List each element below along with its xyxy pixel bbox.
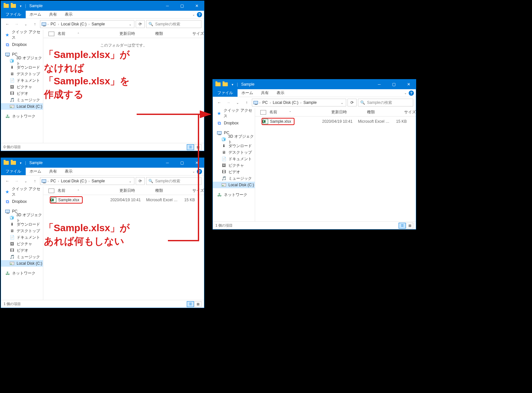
sidebar-item-desktop[interactable]: 🖥デスクトップ — [213, 149, 255, 156]
sidebar-item-local-disk[interactable]: Local Disk (C:) — [213, 182, 255, 188]
icons-view-button[interactable]: ▦ — [194, 144, 201, 150]
titlebar[interactable]: ▾ | Sample ─ ▢ ✕ — [1, 1, 204, 11]
chevron-right-icon[interactable]: › — [47, 179, 49, 183]
sidebar-item-dropbox[interactable]: ⧉Dropbox — [1, 198, 43, 205]
sidebar-item-videos[interactable]: 🎞ビデオ — [1, 247, 43, 254]
sidebar-item-pictures[interactable]: 🖼ピクチャ — [1, 84, 43, 90]
search-input[interactable]: 🔍 Sampleの検索 — [146, 20, 201, 28]
up-button[interactable]: ↑ — [31, 20, 39, 28]
tab-file[interactable]: ファイル — [1, 11, 26, 18]
recent-dropdown[interactable]: ⌄ — [234, 99, 241, 106]
address-dropdown-icon[interactable]: ⌄ — [128, 22, 133, 26]
details-view-button[interactable]: ☰ — [187, 144, 194, 150]
close-button[interactable]: ✕ — [189, 158, 204, 168]
maximize-button[interactable]: ▢ — [387, 79, 401, 89]
address-bar[interactable]: › PC › Local Disk (C:) › Sample ⌄ — [40, 177, 134, 185]
breadcrumb[interactable]: PC — [50, 22, 57, 26]
close-button[interactable]: ✕ — [401, 79, 416, 89]
up-button[interactable]: ↑ — [31, 177, 39, 185]
file-row[interactable]: Sample.xlsx 2020/04/19 10:41 Microsoft E… — [48, 196, 199, 204]
column-date[interactable]: 更新日時 — [119, 31, 155, 36]
breadcrumb[interactable]: PC — [50, 179, 57, 183]
sidebar-item-pictures[interactable]: 🖼ピクチャ — [1, 241, 43, 247]
tab-file[interactable]: ファイル — [1, 168, 26, 175]
column-size[interactable]: サイズ — [188, 188, 204, 193]
help-button[interactable]: ? — [197, 168, 202, 175]
chevron-right-icon[interactable]: › — [88, 22, 90, 26]
icons-view-button[interactable]: ▦ — [194, 301, 201, 307]
chevron-right-icon[interactable]: › — [57, 179, 60, 183]
file-list[interactable]: このフォルダーは空です。 — [43, 38, 204, 143]
sidebar-item-documents[interactable]: 📄ドキュメント — [213, 156, 255, 162]
sidebar-item-documents[interactable]: 📄ドキュメント — [1, 77, 43, 84]
tab-view[interactable]: 表示 — [273, 89, 288, 97]
address-dropdown-icon[interactable]: ⌄ — [339, 101, 345, 105]
search-input[interactable]: 🔍 Sampleの検索 — [146, 177, 201, 185]
back-button[interactable]: ← — [4, 20, 11, 28]
address-bar[interactable]: › PC › Local Disk (C:) › Sample ⌄ — [40, 20, 134, 28]
column-date[interactable]: 更新日時 — [119, 188, 155, 193]
chevron-right-icon[interactable]: › — [259, 101, 261, 105]
minimize-button[interactable]: ─ — [160, 158, 175, 168]
address-bar[interactable]: › PC › Local Disk (C:) › Sample ⌄ — [252, 99, 346, 106]
breadcrumb[interactable]: PC — [262, 100, 268, 105]
help-button[interactable]: ? — [409, 89, 414, 97]
expand-ribbon-icon[interactable]: ⌄ — [192, 11, 195, 18]
sidebar-item-desktop[interactable]: 🖥デスクトップ — [1, 228, 43, 234]
column-name[interactable]: 名前⌃ — [58, 31, 119, 36]
refresh-button[interactable]: ⟳ — [136, 20, 145, 28]
sidebar-item-videos[interactable]: 🎞ビデオ — [213, 169, 255, 175]
file-row[interactable]: Sample.xlsx 2020/04/19 10:41 Microsoft E… — [260, 118, 411, 125]
breadcrumb[interactable]: Local Disk (C:) — [60, 22, 87, 26]
sidebar-item-3d[interactable]: 🧊3D オブジェクト — [1, 58, 43, 64]
tab-share[interactable]: 共有 — [45, 11, 61, 18]
tab-share[interactable]: 共有 — [257, 89, 273, 97]
forward-button[interactable]: → — [225, 99, 232, 106]
column-name[interactable]: 名前⌃ — [269, 109, 331, 115]
sidebar-item-quick[interactable]: ★クイック アクセス — [1, 189, 43, 195]
sidebar-item-pictures[interactable]: 🖼ピクチャ — [213, 162, 255, 169]
sidebar-item-documents[interactable]: 📄ドキュメント — [1, 234, 43, 241]
chevron-right-icon[interactable]: › — [57, 22, 60, 26]
tab-home[interactable]: ホーム — [26, 168, 45, 175]
breadcrumb[interactable]: Sample — [91, 179, 105, 183]
sidebar-item-music[interactable]: 🎵ミュージック — [213, 175, 255, 182]
sidebar-item-dropbox[interactable]: ⧉Dropbox — [213, 120, 255, 126]
column-size[interactable]: サイズ — [188, 31, 204, 36]
column-date[interactable]: 更新日時 — [331, 109, 367, 115]
tab-home[interactable]: ホーム — [26, 11, 45, 18]
tab-view[interactable]: 表示 — [61, 11, 76, 18]
qat-dropdown-icon[interactable]: ▾ — [18, 3, 23, 8]
close-button[interactable]: ✕ — [189, 1, 204, 11]
sidebar-item-3d[interactable]: 🧊3D オブジェクト — [1, 215, 43, 221]
back-button[interactable]: ← — [4, 177, 11, 185]
sidebar-item-network[interactable]: 🖧ネットワーク — [1, 270, 43, 276]
sidebar-item-dropbox[interactable]: ⧉Dropbox — [1, 41, 43, 48]
file-list[interactable]: Sample.xlsx 2020/04/19 10:41 Microsoft E… — [255, 117, 416, 221]
sidebar-item-network[interactable]: 🖧ネットワーク — [1, 113, 43, 119]
expand-ribbon-icon[interactable]: ⌄ — [192, 168, 195, 175]
column-type[interactable]: 種類 — [155, 188, 188, 193]
select-all-checkbox[interactable] — [48, 189, 54, 193]
sidebar-item-local-disk[interactable]: Local Disk (C:) — [1, 260, 43, 267]
select-all-checkbox[interactable] — [48, 32, 54, 36]
expand-ribbon-icon[interactable]: ⌄ — [404, 89, 407, 97]
column-name[interactable]: 名前⌃ — [58, 188, 119, 193]
sidebar-item-videos[interactable]: 🎞ビデオ — [1, 90, 43, 97]
titlebar[interactable]: ▾ | Sample ─ ▢ ✕ — [213, 79, 416, 89]
up-button[interactable]: ↑ — [243, 99, 251, 106]
help-button[interactable]: ? — [197, 11, 202, 18]
forward-button[interactable]: → — [13, 20, 20, 28]
chevron-right-icon[interactable]: › — [269, 101, 271, 105]
forward-button[interactable]: → — [13, 177, 20, 185]
maximize-button[interactable]: ▢ — [175, 1, 189, 11]
address-dropdown-icon[interactable]: ⌄ — [128, 179, 133, 183]
chevron-right-icon[interactable]: › — [47, 22, 49, 26]
tab-home[interactable]: ホーム — [238, 89, 257, 97]
column-type[interactable]: 種類 — [155, 31, 188, 36]
details-view-button[interactable]: ☰ — [399, 223, 406, 229]
sidebar-item-quick[interactable]: ★クイック アクセス — [213, 110, 255, 117]
back-button[interactable]: ← — [215, 99, 223, 106]
qat-dropdown-icon[interactable]: ▾ — [230, 82, 235, 87]
breadcrumb[interactable]: Local Disk (C:) — [272, 100, 299, 105]
